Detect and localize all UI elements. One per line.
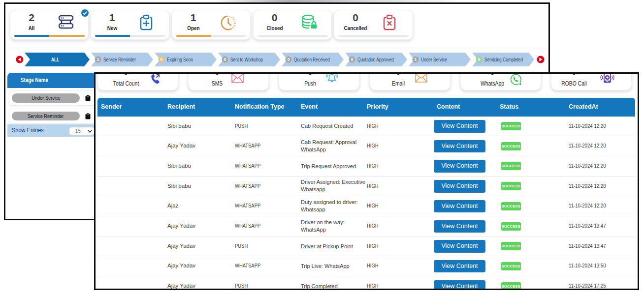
- svg-text:0: 0: [288, 57, 290, 62]
- svg-text:1: 1: [97, 57, 99, 62]
- svg-text:1: 1: [415, 57, 417, 62]
- svg-text:Sent to Workshop: Sent to Workshop: [230, 57, 263, 62]
- svg-text:Quotation Approved: Quotation Approved: [357, 57, 394, 62]
- svg-text:0: 0: [478, 57, 481, 62]
- svg-text:Servicing Completed: Servicing Completed: [484, 57, 523, 62]
- svg-text:Expiring Soon: Expiring Soon: [167, 57, 193, 62]
- svg-text:ALL: ALL: [51, 57, 59, 62]
- svg-text:0: 0: [161, 57, 163, 62]
- svg-text:0: 0: [351, 57, 354, 62]
- svg-text:Under Service: Under Service: [421, 57, 447, 62]
- svg-text:Quotation Received: Quotation Received: [294, 57, 330, 62]
- svg-text:Service Reminder: Service Reminder: [103, 57, 136, 62]
- svg-text:0: 0: [224, 57, 226, 62]
